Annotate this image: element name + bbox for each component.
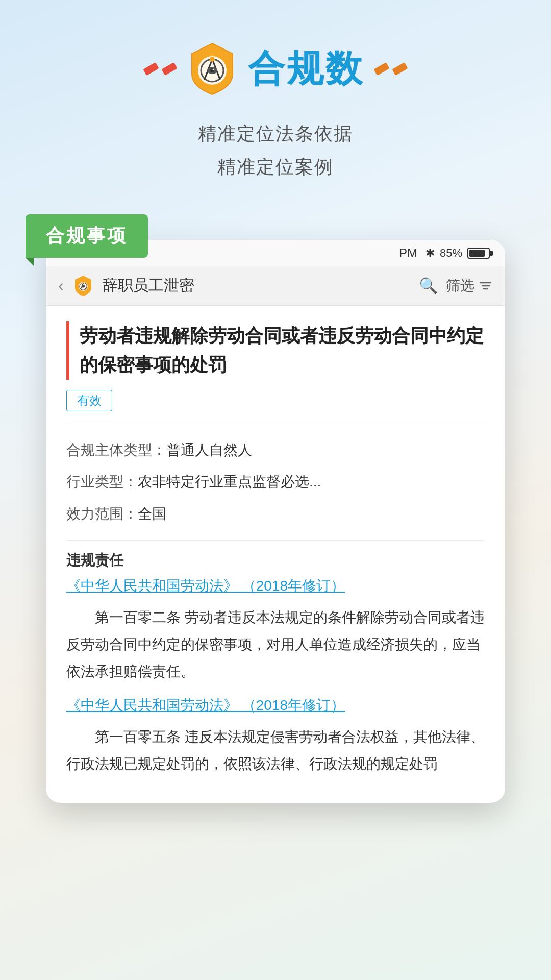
info-row-subject: 合规主体类型： 普通人自然人 xyxy=(66,434,485,466)
search-query: 辞职员工泄密 xyxy=(103,275,411,296)
info-section: 合规主体类型： 普通人自然人 行业类型： 农非特定行业重点监督必选... 效力范… xyxy=(66,424,485,541)
subject-label: 合规主体类型： xyxy=(66,437,166,463)
subject-value: 普通人自然人 xyxy=(166,437,252,463)
search-logo xyxy=(72,275,94,297)
subtitle-block: 精准定位法条依据 精准定位案例 xyxy=(198,117,353,184)
info-row-scope: 效力范围： 全国 xyxy=(66,498,485,530)
bluetooth-icon: ✱ xyxy=(425,247,435,260)
violation-section: 违规责任 《中华人民共和国劳动法》 （2018年修订） 第一百零二条 劳动者违反… xyxy=(66,551,485,777)
valid-badge: 有效 xyxy=(66,390,112,411)
deco-mark-red-1 xyxy=(143,62,159,76)
status-icons: ✱ 85% xyxy=(425,247,490,260)
mockup-wrapper: 合规事项 PM ✱ 85% ‹ xyxy=(0,219,551,803)
law-content-2: 第一百零五条 违反本法规定侵害劳动者合法权益，其他法律、行政法规已规定处罚的，依… xyxy=(66,723,485,777)
scope-label: 效力范围： xyxy=(66,501,138,527)
search-button[interactable]: 🔍 xyxy=(419,277,438,295)
logo-row: 合规数 xyxy=(144,41,407,97)
info-row-industry: 行业类型： 农非特定行业重点监督必选... xyxy=(66,466,485,498)
header-section: 合规数 精准定位法条依据 精准定位案例 xyxy=(0,0,551,204)
battery-percent: 85% xyxy=(440,247,462,260)
app-logo xyxy=(187,41,238,97)
subtitle-line-2: 精准定位案例 xyxy=(198,151,353,184)
industry-value: 农非特定行业重点监督必选... xyxy=(138,469,321,495)
svg-point-12 xyxy=(82,282,84,283)
filter-label: 筛选 xyxy=(446,276,474,296)
deco-right xyxy=(374,65,407,72)
subtitle-line-1: 精准定位法条依据 xyxy=(198,117,353,151)
violation-title: 违规责任 xyxy=(66,551,485,570)
scope-value: 全国 xyxy=(138,501,166,527)
tag-banner: 合规事项 xyxy=(26,214,148,258)
svg-point-7 xyxy=(213,69,214,70)
phone-card: PM ✱ 85% ‹ 辞职员工泄密 xyxy=(46,240,505,803)
search-bar: ‹ 辞职员工泄密 🔍 筛选 xyxy=(46,266,505,306)
back-button[interactable]: ‹ xyxy=(58,276,64,295)
svg-point-14 xyxy=(82,286,83,287)
battery-fill xyxy=(469,250,485,257)
deco-left xyxy=(144,65,177,72)
battery-icon xyxy=(467,248,490,259)
deco-mark-orange-2 xyxy=(392,62,408,76)
svg-point-4 xyxy=(210,57,215,62)
law-link-2[interactable]: 《中华人民共和国劳动法》 （2018年修订） xyxy=(66,696,485,715)
industry-label: 行业类型： xyxy=(66,469,138,495)
law-content-1: 第一百零二条 劳动者违反本法规定的条件解除劳动合同或者违反劳动合同中约定的保密事… xyxy=(66,604,485,685)
filter-icon xyxy=(479,279,493,293)
app-title: 合规数 xyxy=(248,44,364,93)
filter-button[interactable]: 筛选 xyxy=(446,276,493,296)
law-link-1[interactable]: 《中华人民共和国劳动法》 （2018年修订） xyxy=(66,576,485,596)
deco-mark-orange-1 xyxy=(373,62,389,76)
content-area: 劳动者违规解除劳动合同或者违反劳动合同中约定的保密事项的处罚 有效 合规主体类型… xyxy=(46,306,505,803)
law-title: 劳动者违规解除劳动合同或者违反劳动合同中约定的保密事项的处罚 xyxy=(66,321,485,380)
deco-mark-red-2 xyxy=(161,62,177,76)
status-time: PM xyxy=(399,246,417,260)
